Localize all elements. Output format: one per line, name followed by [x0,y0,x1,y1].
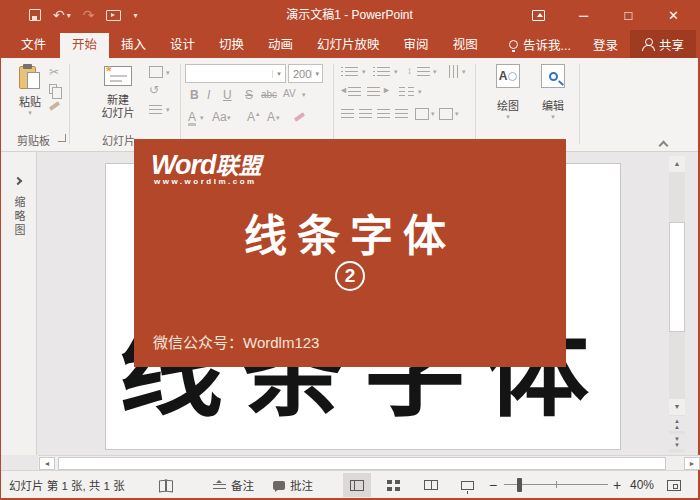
font-name-combo[interactable]: ▾ [185,64,286,83]
next-slide-icon[interactable]: ▼▼ [669,434,685,449]
columns-icon[interactable] [399,87,405,96]
clear-all-formatting-icon[interactable] [294,112,305,122]
maximize-button[interactable]: □ [606,0,651,30]
line-spacing-dropdown-icon[interactable]: ▾ [433,68,437,76]
scroll-up-icon[interactable]: ▲ [669,156,685,172]
slide-layout-dropdown-icon[interactable]: ▾ [166,69,170,77]
justify-icon[interactable] [395,109,408,118]
underline-button[interactable]: U [223,89,232,101]
clear-formatting-chars-button[interactable]: abc [261,90,277,100]
cut-icon[interactable]: ✂ [49,66,59,78]
collapse-ribbon-button[interactable] [660,139,667,151]
font-name-dropdown-icon[interactable]: ▾ [272,70,285,78]
tab-animations[interactable]: 动画 [256,33,305,58]
character-spacing-dropdown-icon[interactable]: ▾ [302,91,306,99]
comments-button[interactable]: 批注 [273,471,313,499]
previous-slide-icon[interactable]: ▲▲ [669,416,685,431]
tell-me-label: 告诉我... [523,35,571,54]
horizontal-scroll-thumb[interactable] [58,457,666,470]
slide-sorter-view-button[interactable] [379,473,407,497]
tab-file[interactable]: 文件 [7,33,60,58]
shrink-font-button[interactable]: A [267,111,275,123]
increase-indent-arrow-icon: ► [382,86,391,95]
tab-review[interactable]: 审阅 [392,33,441,58]
align-center-icon[interactable] [359,109,372,118]
font-size-dropdown-icon[interactable]: ▾ [311,70,322,78]
bullets-dropdown-icon[interactable]: ▾ [362,68,366,76]
bold-button[interactable]: B [190,89,199,101]
section-dropdown-icon[interactable]: ▾ [166,106,170,114]
scroll-down-icon[interactable]: ▼ [669,399,685,415]
sign-in-button[interactable]: 登录 [581,35,630,54]
zoom-in-button[interactable]: + [613,471,621,499]
scroll-right-icon[interactable]: ► [684,457,700,470]
distribute-text-icon[interactable] [415,108,429,120]
spell-check-button[interactable] [159,471,173,499]
tab-design[interactable]: 设计 [158,33,207,58]
text-direction-icon[interactable] [449,65,458,78]
distribute-dropdown-icon[interactable]: ▾ [431,110,435,118]
zoom-out-button[interactable]: − [489,471,497,499]
align-left-icon[interactable] [341,109,354,118]
reading-view-button[interactable] [417,473,445,497]
tell-me-button[interactable]: 告诉我... [499,35,581,54]
bullets-icon[interactable] [345,67,358,76]
slideshow-view-button[interactable] [453,473,481,497]
wordlm-logo: Word联盟 [151,147,262,181]
zoom-slider-thumb[interactable] [517,478,522,492]
grow-font-arrow-icon: ▴ [256,110,260,118]
section-icon[interactable] [149,105,162,114]
paste-button[interactable]: 粘贴 ▾ [13,64,47,117]
minimize-button[interactable]: ─ [561,0,606,30]
numbering-icon[interactable] [377,67,390,76]
new-slide-button[interactable]: * 新建 幻灯片 [93,64,143,120]
change-case-dropdown-icon[interactable]: ▾ [227,114,231,122]
italic-button[interactable]: I [207,89,210,101]
ribbon-display-options-button[interactable] [516,0,561,30]
strikethrough-button[interactable]: S [245,89,253,101]
clipboard-dialog-launcher-icon[interactable] [58,134,66,142]
convert-smartart-dropdown-icon[interactable]: ▾ [455,110,459,118]
notes-button[interactable]: 备注 [213,471,254,499]
decrease-indent-icon[interactable] [348,87,361,96]
tab-transitions[interactable]: 切换 [207,33,256,58]
columns-dropdown-icon[interactable]: ▾ [418,88,422,96]
change-case-button[interactable]: Aa [212,111,227,123]
slide-layout-icon[interactable] [149,66,163,78]
expand-thumbnails-icon[interactable] [15,170,21,188]
zoom-level[interactable]: 40% [630,471,654,499]
fit-to-window-button[interactable] [667,471,681,499]
numbering-dropdown-icon[interactable]: ▾ [394,68,398,76]
scroll-left-icon[interactable]: ◄ [39,457,55,470]
increase-indent-icon[interactable] [367,87,380,96]
normal-view-button[interactable] [343,473,371,497]
drawing-icon: A [496,64,520,88]
character-spacing-button[interactable]: AV [283,89,296,99]
tab-insert[interactable]: 插入 [109,33,158,58]
align-right-icon[interactable] [377,109,390,118]
spell-check-icon [159,480,173,490]
new-slide-label-1: 新建 [93,94,143,107]
format-painter-icon[interactable] [49,101,60,111]
line-spacing-icon[interactable] [417,67,430,76]
grow-font-button[interactable]: A [247,111,255,123]
horizontal-scrollbar[interactable]: ◄ ► [38,455,700,470]
reset-slide-icon[interactable]: ↺ [149,84,159,96]
share-button[interactable]: 共享 [630,30,696,58]
slide-counter[interactable]: 幻灯片 第 1 张, 共 1 张 [9,471,125,499]
tab-view[interactable]: 视图 [441,33,490,58]
editing-group-button[interactable]: 编辑 ▾ [533,64,573,121]
copy-icon[interactable] [49,84,57,94]
vertical-scroll-thumb[interactable] [669,222,685,332]
convert-smartart-icon[interactable] [439,108,453,120]
font-color-dropdown-icon[interactable]: ▾ [200,114,204,122]
thumbnail-pane-collapsed[interactable]: 缩略图 [1,152,37,455]
text-direction-dropdown-icon[interactable]: ▾ [462,68,466,76]
close-button[interactable]: ✕ [651,0,696,30]
vertical-scrollbar[interactable]: ▲ ▼ [669,156,685,452]
tab-home[interactable]: 开始 [60,33,109,58]
font-color-button[interactable]: A [188,111,196,126]
tab-slideshow[interactable]: 幻灯片放映 [305,33,392,58]
font-size-combo[interactable]: 200 ▾ [288,64,323,83]
drawing-group-button[interactable]: A 绘图 ▾ [488,64,528,121]
